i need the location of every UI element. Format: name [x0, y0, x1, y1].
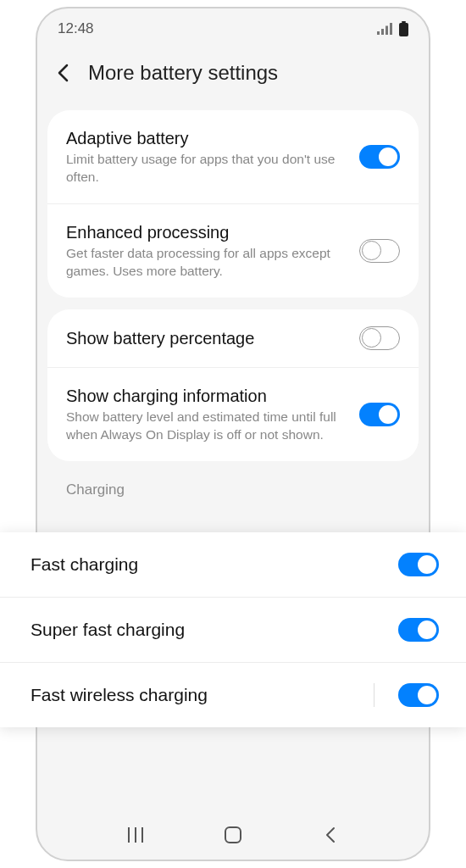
page-header: More battery settings — [37, 44, 429, 102]
fast-charging-row[interactable]: Fast charging — [0, 532, 466, 597]
fast-charging-toggle[interactable] — [398, 553, 439, 576]
recents-icon — [127, 827, 144, 843]
svg-rect-3 — [390, 23, 392, 35]
super-fast-charging-title: Super fast charging — [31, 618, 386, 641]
charging-section-label: Charging — [37, 473, 429, 498]
enhanced-processing-row[interactable]: Enhanced processing Get faster data proc… — [47, 203, 419, 298]
adaptive-battery-row[interactable]: Adaptive battery Limit battery usage for… — [47, 110, 419, 203]
show-charging-info-toggle[interactable] — [359, 403, 400, 426]
page-title: More battery settings — [88, 61, 278, 85]
adaptive-battery-title: Adaptive battery — [66, 127, 347, 149]
enhanced-processing-toggle[interactable] — [359, 239, 400, 263]
recents-button[interactable] — [124, 823, 147, 847]
show-percentage-row[interactable]: Show battery percentage — [47, 309, 419, 367]
phone-frame: 12:48 More battery settings Adaptive — [36, 7, 430, 861]
fast-wireless-charging-row[interactable]: Fast wireless charging — [0, 662, 466, 727]
home-icon — [224, 826, 242, 844]
fast-wireless-charging-title: Fast wireless charging — [31, 683, 362, 706]
nav-back-button[interactable] — [319, 823, 342, 847]
show-percentage-title: Show battery percentage — [66, 327, 347, 349]
enhanced-processing-title: Enhanced processing — [66, 221, 347, 243]
settings-group-2: Show battery percentage Show charging in… — [47, 309, 419, 461]
svg-rect-2 — [386, 26, 388, 36]
svg-rect-4 — [402, 21, 406, 23]
status-bar: 12:48 — [37, 8, 429, 44]
super-fast-charging-toggle[interactable] — [398, 618, 439, 642]
navigation-bar — [37, 810, 429, 860]
back-button[interactable] — [53, 63, 73, 83]
svg-rect-9 — [225, 827, 241, 843]
show-charging-info-row[interactable]: Show charging information Show battery l… — [47, 367, 419, 461]
status-icons — [377, 21, 408, 36]
charging-overlay: Fast charging Super fast charging Fast w… — [0, 532, 466, 727]
signal-icon — [377, 23, 392, 35]
status-time: 12:48 — [58, 20, 94, 37]
home-button[interactable] — [221, 823, 245, 847]
svg-rect-0 — [377, 31, 380, 35]
battery-icon — [399, 21, 408, 36]
fast-charging-title: Fast charging — [31, 553, 386, 576]
show-charging-info-title: Show charging information — [66, 385, 347, 407]
divider — [374, 683, 374, 707]
settings-group-1: Adaptive battery Limit battery usage for… — [47, 110, 419, 298]
chevron-left-icon — [325, 826, 336, 843]
fast-wireless-charging-toggle[interactable] — [398, 683, 439, 707]
super-fast-charging-row[interactable]: Super fast charging — [0, 597, 466, 662]
chevron-left-icon — [57, 64, 69, 82]
enhanced-processing-desc: Get faster data processing for all apps … — [66, 245, 347, 281]
show-percentage-toggle[interactable] — [359, 326, 400, 350]
svg-rect-5 — [399, 23, 408, 36]
show-charging-info-desc: Show battery level and estimated time un… — [66, 409, 347, 444]
svg-rect-1 — [381, 29, 384, 35]
adaptive-battery-toggle[interactable] — [359, 145, 400, 169]
adaptive-battery-desc: Limit battery usage for apps that you do… — [66, 151, 347, 186]
